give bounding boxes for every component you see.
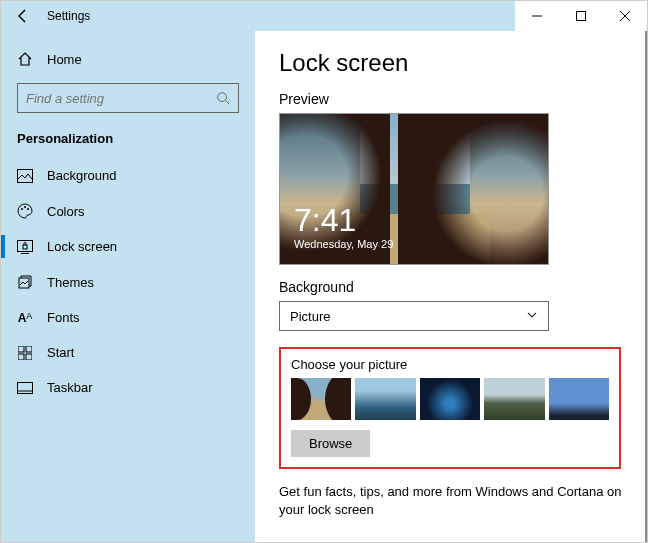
picture-icon — [17, 169, 33, 183]
preview-date: Wednesday, May 29 — [294, 238, 393, 250]
minimize-icon — [532, 11, 542, 21]
search-box[interactable] — [17, 83, 239, 113]
back-arrow-icon — [15, 8, 31, 24]
svg-line-5 — [226, 101, 230, 105]
svg-point-8 — [24, 206, 26, 208]
svg-rect-1 — [577, 12, 586, 21]
picture-thumb[interactable] — [549, 378, 609, 420]
scrollbar[interactable] — [645, 31, 647, 542]
start-icon — [17, 346, 33, 360]
svg-rect-15 — [26, 346, 32, 352]
sidebar-item-start[interactable]: Start — [1, 335, 255, 370]
sidebar-item-label: Colors — [47, 204, 85, 219]
sidebar-item-label: Taskbar — [47, 380, 93, 395]
svg-rect-6 — [18, 169, 33, 182]
close-icon — [620, 11, 630, 21]
chevron-down-icon — [526, 309, 538, 324]
picture-thumb[interactable] — [291, 378, 351, 420]
home-nav[interactable]: Home — [1, 43, 255, 75]
picture-thumbnails — [291, 378, 609, 420]
sidebar-item-themes[interactable]: Themes — [1, 264, 255, 300]
browse-button[interactable]: Browse — [291, 430, 370, 457]
section-header: Personalization — [1, 125, 255, 158]
svg-rect-18 — [18, 382, 33, 393]
home-icon — [17, 51, 33, 67]
choose-picture-section: Choose your picture Browse — [279, 347, 621, 469]
sidebar-item-taskbar[interactable]: Taskbar — [1, 370, 255, 405]
maximize-icon — [576, 11, 586, 21]
lockscreen-icon — [17, 240, 33, 254]
picture-thumb[interactable] — [484, 378, 544, 420]
sidebar-item-label: Start — [47, 345, 74, 360]
palette-icon — [17, 203, 33, 219]
preview-time: 7:41 — [294, 204, 393, 236]
sidebar-item-background[interactable]: Background — [1, 158, 255, 193]
sidebar-item-label: Lock screen — [47, 239, 117, 254]
svg-rect-16 — [18, 354, 24, 360]
background-dropdown[interactable]: Picture — [279, 301, 549, 331]
sidebar-item-fonts[interactable]: AA Fonts — [1, 300, 255, 335]
taskbar-icon — [17, 382, 33, 394]
search-input[interactable] — [26, 91, 216, 106]
picture-thumb[interactable] — [420, 378, 480, 420]
themes-icon — [17, 274, 33, 290]
search-icon — [216, 91, 230, 105]
svg-rect-14 — [18, 346, 24, 352]
background-selected: Picture — [290, 309, 330, 324]
main-panel: Lock screen Preview 7:41 Wednesday, May … — [255, 31, 647, 542]
window-title: Settings — [47, 9, 90, 23]
sidebar-item-label: Background — [47, 168, 116, 183]
svg-rect-12 — [23, 245, 27, 249]
tips-text: Get fun facts, tips, and more from Windo… — [279, 483, 624, 519]
svg-point-9 — [27, 208, 29, 210]
sidebar-item-colors[interactable]: Colors — [1, 193, 255, 229]
maximize-button[interactable] — [559, 1, 603, 31]
close-button[interactable] — [603, 1, 647, 31]
sidebar-item-label: Fonts — [47, 310, 80, 325]
svg-point-7 — [21, 208, 23, 210]
minimize-button[interactable] — [515, 1, 559, 31]
preview-label: Preview — [279, 91, 627, 107]
picture-thumb[interactable] — [355, 378, 415, 420]
sidebar-item-label: Themes — [47, 275, 94, 290]
lockscreen-preview: 7:41 Wednesday, May 29 — [279, 113, 549, 265]
page-title: Lock screen — [279, 49, 627, 77]
background-label: Background — [279, 279, 627, 295]
fonts-icon: AA — [17, 311, 33, 325]
svg-rect-17 — [26, 354, 32, 360]
preview-clock: 7:41 Wednesday, May 29 — [294, 204, 393, 250]
sidebar-item-lock-screen[interactable]: Lock screen — [1, 229, 255, 264]
home-label: Home — [47, 52, 82, 67]
sidebar: Home Personalization Background Colors L… — [1, 31, 255, 542]
choose-picture-label: Choose your picture — [291, 357, 609, 372]
svg-point-4 — [218, 93, 227, 102]
back-button[interactable] — [15, 8, 31, 24]
title-bar: Settings — [1, 1, 647, 31]
